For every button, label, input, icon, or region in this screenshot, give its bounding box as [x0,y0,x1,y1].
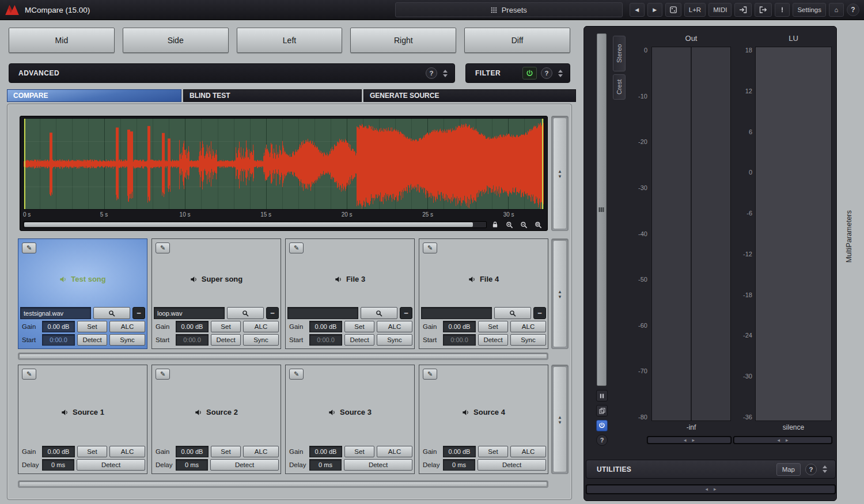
scrollbar-thumb[interactable]: ▴ ▾ [553,240,567,347]
tab-stereo[interactable]: Stereo [613,36,626,71]
delay-detect-button[interactable]: Detect [77,459,145,471]
sources-vertical-scrollbar[interactable]: ▴ ▾ [551,365,569,474]
meter-range-slider[interactable] [597,33,607,386]
gain-set-button[interactable]: Set [211,446,241,457]
scrollbar-thumb[interactable]: ◂ ▸ [648,437,730,443]
scrollbar-thumb[interactable]: ▴ ▾ [553,366,567,472]
tab-crest[interactable]: Crest [613,74,626,100]
panic-button[interactable] [775,3,790,17]
channel-mode-button[interactable]: L+R [684,3,706,17]
slots-horizontal-scrollbar[interactable] [18,353,548,360]
slot-super-song[interactable]: ✎ Super song loop.wav − Gain 0.00 dB Set… [151,238,281,349]
file-name-field[interactable] [287,307,358,319]
gain-value[interactable]: 0.00 dB [42,446,75,457]
remove-file-button[interactable]: − [266,307,279,319]
advanced-bar[interactable]: ADVANCED ? [9,63,455,83]
slot-test-song[interactable]: ✎ Test song testsignal.wav − Gain 0.00 d… [18,238,147,349]
gain-value[interactable]: 0.00 dB [443,446,476,457]
randomize-button[interactable] [665,3,681,17]
gain-set-button[interactable]: Set [211,321,241,332]
browse-file-button[interactable] [361,307,397,319]
help-icon[interactable]: ? [541,67,552,79]
alc-button[interactable]: ALC [109,446,145,457]
alc-button[interactable]: ALC [377,321,412,332]
gain-set-button[interactable]: Set [77,321,107,332]
pause-button[interactable] [596,390,608,401]
waveform-display[interactable] [23,118,544,210]
sync-button[interactable]: Sync [109,334,145,346]
scrollbar-thumb[interactable]: ◂ ▸ [587,486,835,493]
start-value[interactable]: 0:00.0 [176,334,209,346]
scrollbar-thumb[interactable] [24,222,473,227]
import-settings-button[interactable] [734,3,752,17]
help-icon[interactable]: ? [805,464,817,475]
scrollbar-thumb[interactable]: ◂ ▸ [734,437,831,443]
file-name-field[interactable]: testsignal.wav [20,307,91,319]
out-level-meter[interactable] [651,47,731,421]
alc-button[interactable]: ALC [510,446,546,457]
alc-button[interactable]: ALC [243,321,279,332]
browse-file-button[interactable] [93,307,130,319]
tab-blind-test[interactable]: BLIND TEST [183,89,362,102]
remove-file-button[interactable]: − [400,307,412,319]
slot-source-1[interactable]: ✎ Source 1 Gain 0.00 dB Set ALC Delay 0 … [18,365,147,474]
slot-file-3[interactable]: ✎ File 3 − Gain 0.00 dB Set ALC St [285,238,415,349]
out-meter-scrollbar[interactable]: ◂ ▸ [647,436,732,444]
gain-set-button[interactable]: Set [478,446,508,457]
presets-button[interactable]: Presets [395,2,623,17]
scrollbar-thumb[interactable] [19,482,547,487]
start-detect-button[interactable]: Detect [211,334,241,346]
next-preset-button[interactable]: ▶ [647,3,662,17]
sources-horizontal-scrollbar[interactable] [18,480,548,488]
panel-horizontal-scrollbar[interactable]: ◂ ▸ [586,484,836,494]
start-detect-button[interactable]: Detect [478,334,508,346]
midi-button[interactable]: MIDI [708,3,732,17]
lu-meter-scrollbar[interactable]: ◂ ▸ [733,436,832,444]
gain-set-button[interactable]: Set [344,446,374,457]
tab-generate-source[interactable]: GENERATE SOURCE [363,89,576,102]
multiparameters-strip[interactable]: MultiParameters [839,20,864,504]
slot-source-3[interactable]: ✎ Source 3 Gain 0.00 dB Set ALC Delay 0 … [285,365,415,474]
remove-file-button[interactable]: − [132,307,145,319]
settings-button[interactable]: Settings [793,3,826,17]
waveform-vertical-scrollbar[interactable]: ▴ ▾ [551,116,569,231]
browse-file-button[interactable] [227,307,264,319]
alc-button[interactable]: ALC [243,446,279,457]
slot-file-4[interactable]: ✎ File 4 − Gain 0.00 dB Set ALC St [419,238,548,349]
utilities-bar[interactable]: UTILITIES Map ? [586,460,836,479]
waveform-horizontal-scrollbar[interactable] [23,221,487,228]
file-name-field[interactable]: loop.wav [154,307,225,319]
melda-logo-icon[interactable] [5,4,20,16]
sync-button[interactable]: Sync [510,334,546,346]
slot-source-2[interactable]: ✎ Source 2 Gain 0.00 dB Set ALC Delay 0 … [151,365,281,474]
rename-button[interactable]: ✎ [22,369,36,380]
scrollbar-thumb[interactable]: ▴ ▾ [553,118,567,229]
rename-button[interactable]: ✎ [22,242,36,253]
gain-value[interactable]: 0.00 dB [309,321,342,332]
delay-detect-button[interactable]: Detect [210,459,279,471]
gain-value[interactable]: 0.00 dB [443,321,476,332]
popout-button[interactable] [596,405,608,416]
gain-set-button[interactable]: Set [478,321,508,332]
rename-button[interactable]: ✎ [423,369,437,380]
filter-bar[interactable]: FILTER ? [465,63,570,83]
tab-compare[interactable]: COMPARE [7,89,181,102]
zoom-in-icon[interactable] [503,221,516,229]
gain-value[interactable]: 0.00 dB [176,446,209,457]
filter-power-button[interactable] [522,67,537,79]
rename-button[interactable]: ✎ [289,369,304,380]
gain-set-button[interactable]: Set [344,321,374,332]
rename-button[interactable]: ✎ [423,242,437,253]
alc-button[interactable]: ALC [510,321,546,332]
gain-value[interactable]: 0.00 dB [42,321,75,332]
help-icon[interactable]: ? [426,67,437,79]
start-value[interactable]: 0:00.0 [309,334,342,346]
sync-button[interactable]: Sync [243,334,279,346]
utilities-resize-control[interactable] [820,463,829,476]
gain-value[interactable]: 0.00 dB [176,321,209,332]
rename-button[interactable]: ✎ [156,369,170,380]
home-icon[interactable]: ⌂ [829,3,844,17]
help-icon[interactable]: ? [847,3,859,16]
scrollbar-thumb[interactable] [19,354,547,359]
start-value[interactable]: 0:00.0 [443,334,476,346]
